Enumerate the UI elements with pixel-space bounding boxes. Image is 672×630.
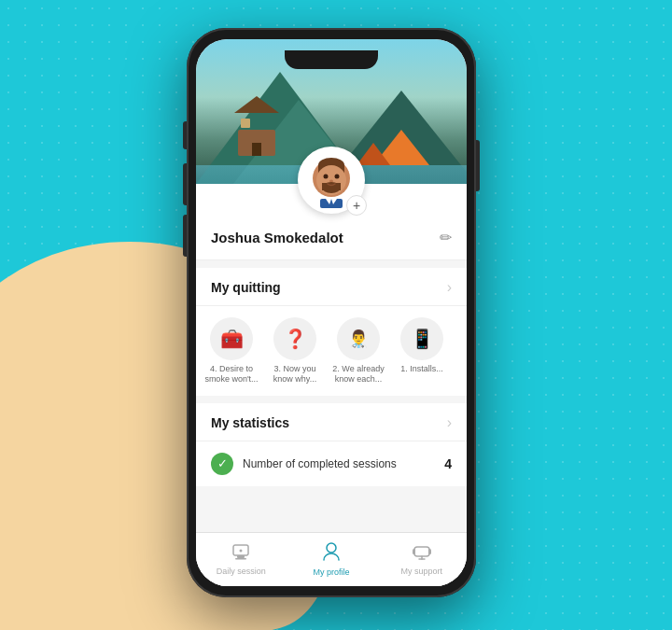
list-item[interactable]: ❓ 3. Now you know why... [267, 317, 323, 385]
plus-icon: + [353, 198, 360, 213]
nav-item-daily-session[interactable]: Daily session [196, 538, 287, 581]
phone-btn-right [476, 140, 480, 191]
statistics-section-header[interactable]: My statistics › [196, 403, 467, 441]
my-profile-label: My profile [314, 567, 350, 577]
svg-point-4 [324, 175, 329, 179]
item-label-1: 4. Desire to smoke won't... [203, 364, 259, 385]
item-icon-4: 📱 [400, 317, 443, 360]
item-label-3: 2. We already know each... [330, 364, 386, 385]
stats-row: ✓ Number of completed sessions 4 [196, 441, 467, 486]
list-item[interactable]: 📱 1. Installs... [394, 317, 450, 385]
nav-item-my-support[interactable]: My support [376, 538, 467, 581]
item-icon-2: ❓ [273, 317, 316, 360]
completed-sessions-value: 4 [444, 456, 452, 471]
daily-session-label: Daily session [217, 567, 266, 576]
phone-btn-left-1 [183, 121, 187, 149]
completed-sessions-label: Number of completed sessions [243, 457, 435, 470]
svg-rect-8 [322, 183, 341, 190]
svg-rect-14 [235, 558, 246, 560]
phone-btn-left-3 [183, 215, 187, 257]
check-circle: ✓ [211, 453, 233, 475]
item-icon-1: 🧰 [210, 317, 253, 360]
edit-icon[interactable]: ✏ [440, 229, 452, 246]
svg-point-5 [335, 175, 340, 179]
quitting-items: 🧰 4. Desire to smoke won't... ❓ 3. Now y… [196, 306, 467, 396]
list-item[interactable]: 👨‍⚕️ 2. We already know each... [330, 317, 386, 385]
cabin-body [238, 130, 275, 156]
nav-item-my-profile[interactable]: My profile [287, 537, 377, 582]
user-name: Joshua Smokedalot [211, 230, 343, 245]
item-icon-3: 👨‍⚕️ [337, 317, 380, 360]
list-item[interactable]: 🧰 4. Desire to smoke won't... [203, 317, 259, 385]
quitting-section-header[interactable]: My quitting › [196, 268, 467, 306]
quitting-title: My quitting [211, 280, 281, 295]
phone-screen: + Joshua Smokedalot ✏ My quitting › 🧰 [196, 39, 467, 586]
item-label-4: 1. Installs... [400, 364, 443, 374]
check-icon: ✓ [217, 456, 228, 470]
statistics-chevron-icon: › [447, 414, 452, 431]
svg-rect-17 [414, 547, 429, 556]
quitting-chevron-icon: › [447, 279, 452, 296]
svg-rect-19 [428, 549, 431, 554]
svg-point-16 [327, 543, 336, 553]
statistics-title: My statistics [211, 415, 289, 430]
statistics-section: My statistics › ✓ Number of completed se… [196, 403, 467, 486]
tent-shape [373, 130, 429, 165]
profile-content: Joshua Smokedalot ✏ My quitting › 🧰 4. D… [196, 184, 467, 586]
daily-session-icon [231, 543, 250, 565]
item-label-2: 3. Now you know why... [267, 364, 323, 385]
my-support-label: My support [400, 567, 442, 576]
tent [373, 130, 429, 165]
my-profile-icon [323, 542, 340, 566]
cabin-roof [234, 96, 279, 113]
add-avatar-button[interactable]: + [346, 195, 367, 216]
phone-notch [285, 50, 378, 69]
cabin-window [241, 119, 250, 128]
avatar-container: + [298, 147, 365, 214]
svg-rect-9 [320, 199, 343, 208]
my-support-icon [413, 543, 431, 565]
quitting-section: My quitting › 🧰 4. Desire to smoke won't… [196, 268, 467, 396]
cabin [238, 113, 283, 156]
phone-btn-left-2 [183, 163, 187, 205]
phone: + Joshua Smokedalot ✏ My quitting › 🧰 [187, 28, 476, 597]
svg-point-15 [240, 550, 243, 553]
svg-rect-13 [237, 555, 245, 558]
cabin-door [252, 143, 261, 156]
svg-rect-18 [413, 549, 415, 554]
bottom-nav: Daily session My profile [196, 532, 467, 586]
